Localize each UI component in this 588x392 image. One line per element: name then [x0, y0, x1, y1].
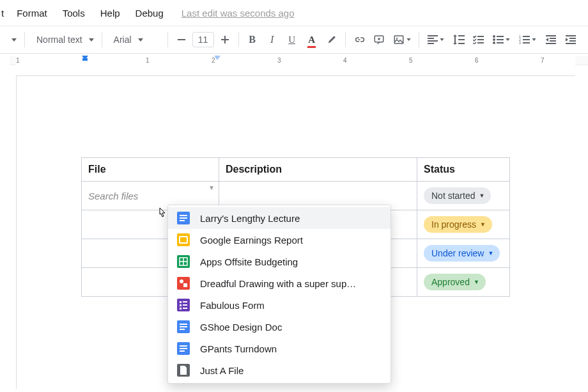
svg-rect-45 [180, 304, 182, 306]
align-button[interactable] [423, 30, 449, 49]
svg-rect-50 [180, 326, 187, 327]
menu-item-format[interactable]: Format [9, 4, 55, 22]
bulleted-list-button[interactable] [489, 30, 514, 49]
separator [419, 32, 419, 47]
status-chip-label: Under review [431, 248, 484, 258]
menu-item-help[interactable]: Help [93, 4, 128, 22]
menu-bar: t Format Tools Help Debug Last edit was … [0, 0, 588, 26]
svg-rect-24 [523, 39, 530, 40]
ruler-tick: 1 [146, 54, 150, 68]
add-comment-button[interactable] [369, 30, 389, 49]
left-indent-marker[interactable] [82, 56, 88, 60]
status-chip-in-progress[interactable]: In progress ▼ [424, 216, 492, 233]
chevron-down-icon: ▼ [479, 192, 484, 199]
font-family-label: Arial [114, 35, 132, 45]
separator [238, 32, 239, 47]
suggestion-item[interactable]: Just A File [168, 359, 391, 381]
svg-rect-47 [180, 308, 182, 310]
font-size-increase-button[interactable] [215, 30, 235, 49]
font-size-group [172, 30, 235, 49]
suggestion-item[interactable]: GShoe Design Doc [168, 316, 391, 338]
status-cell[interactable]: Not started ▼ [417, 181, 510, 210]
increase-indent-button[interactable] [561, 30, 580, 49]
toolbar: Normal text Arial B I U A [0, 26, 588, 54]
file-suggestions-popup: Larry's Lengthy LectureGoogle Earnings R… [167, 205, 391, 384]
svg-rect-26 [546, 35, 556, 36]
svg-rect-48 [183, 308, 187, 309]
suggestion-item[interactable]: Google Earnings Report [168, 229, 391, 251]
status-chip-label: Not started [431, 191, 475, 201]
file-search-placeholder: Search files [88, 191, 138, 201]
svg-rect-32 [569, 40, 576, 42]
status-cell[interactable]: In progress ▼ [417, 210, 510, 239]
svg-rect-52 [180, 345, 187, 347]
suggestion-label: Fabulous Form [200, 300, 265, 311]
highlight-button[interactable] [322, 30, 341, 49]
suggestion-item[interactable]: Fabulous Form [168, 294, 391, 316]
svg-rect-31 [569, 38, 576, 39]
table-header-file: File [81, 157, 219, 182]
font-size-decrease-button[interactable] [172, 30, 191, 49]
chevron-down-icon: ▼ [480, 221, 486, 228]
suggestion-item[interactable]: Apps Offsite Budgeting [168, 251, 391, 272]
suggestion-label: Dreadful Drawing with a super sup… [200, 278, 356, 289]
suggestion-label: Google Earnings Report [200, 235, 303, 246]
ruler-tick: 1 [16, 54, 20, 68]
chevron-down-icon[interactable]: ▼ [208, 184, 215, 191]
text-color-button[interactable]: A [302, 30, 321, 49]
last-edit-status[interactable]: Last edit was seconds ago [182, 8, 295, 19]
svg-rect-23 [523, 36, 530, 37]
font-family-select[interactable]: Arial [106, 30, 164, 49]
svg-rect-34 [180, 215, 187, 216]
status-cell[interactable]: Approved ▼ [417, 267, 510, 297]
status-chip-not-started[interactable]: Not started ▼ [424, 187, 491, 204]
underline-button[interactable]: U [282, 30, 302, 49]
checklist-button[interactable] [469, 30, 488, 49]
svg-rect-42 [183, 283, 187, 287]
ruler-tick: 3 [277, 54, 281, 68]
chevron-down-icon [89, 38, 94, 42]
status-chip-approved[interactable]: Approved ▼ [424, 274, 486, 290]
svg-text:3: 3 [519, 41, 521, 44]
insert-link-button[interactable] [350, 30, 369, 49]
chevron-down-icon: ▼ [474, 279, 479, 285]
menu-item-debug[interactable]: Debug [128, 4, 171, 22]
menu-item-t[interactable]: t [1, 4, 9, 22]
doc-file-icon [177, 212, 190, 224]
suggestion-item[interactable]: Larry's Lengthy Lecture [168, 207, 391, 229]
status-chip-under-review[interactable]: Under review ▼ [424, 245, 500, 262]
font-size-input[interactable] [192, 32, 214, 47]
table-header-description: Description [219, 157, 417, 182]
numbered-list-button[interactable]: 123 [515, 30, 541, 49]
svg-rect-25 [523, 42, 530, 43]
form-file-icon [177, 299, 190, 311]
svg-rect-4 [428, 35, 438, 36]
svg-rect-33 [566, 43, 576, 44]
suggestion-item[interactable]: GPants Turndown [168, 338, 391, 359]
insert-image-button[interactable] [389, 30, 415, 49]
slide-file-icon [177, 233, 190, 246]
doc-file-icon [177, 320, 190, 333]
table-header-status: Status [417, 157, 510, 182]
separator [167, 32, 168, 47]
paragraph-style-label: Normal text [36, 35, 82, 45]
svg-rect-11 [477, 36, 484, 37]
decrease-indent-button[interactable] [541, 30, 561, 49]
svg-point-15 [493, 38, 495, 41]
ruler[interactable]: 1 1 2 3 4 5 6 7 [0, 54, 588, 68]
toolbar-leading-caret[interactable] [8, 38, 20, 42]
paragraph-style-select[interactable]: Normal text [29, 30, 98, 49]
line-spacing-button[interactable] [449, 30, 468, 49]
status-cell[interactable]: Under review ▼ [417, 239, 510, 268]
svg-rect-53 [180, 348, 187, 349]
file-file-icon [177, 364, 190, 377]
suggestion-item[interactable]: Dreadful Drawing with a super sup… [168, 272, 391, 294]
separator [24, 32, 25, 47]
bold-button[interactable]: B [243, 30, 262, 49]
right-indent-marker[interactable] [214, 56, 220, 60]
suggestion-label: Larry's Lengthy Lecture [200, 213, 300, 224]
separator [345, 32, 346, 47]
doc-file-icon [177, 342, 190, 355]
italic-button[interactable]: I [263, 30, 282, 49]
menu-item-tools[interactable]: Tools [55, 4, 93, 22]
